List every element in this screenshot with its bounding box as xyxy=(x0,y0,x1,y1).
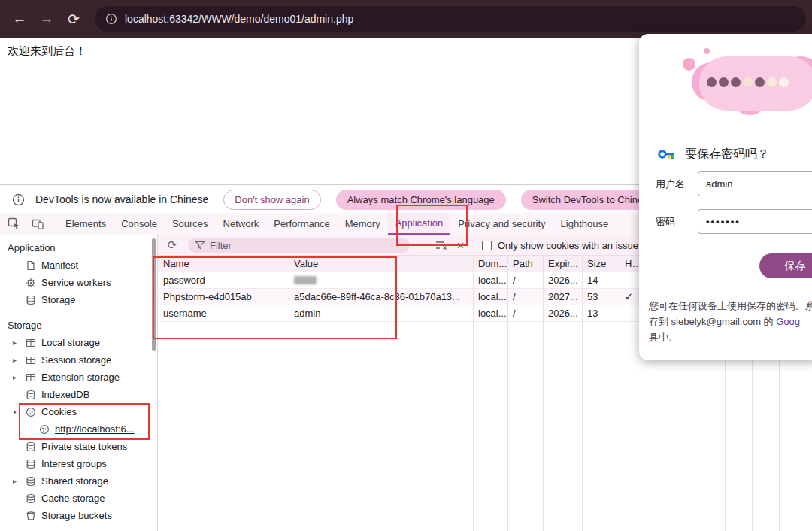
table-icon xyxy=(26,338,36,348)
tab-sources[interactable]: Sources xyxy=(165,213,216,235)
cookie-name: password xyxy=(158,272,289,288)
expand-arrow-icon[interactable]: ▸ xyxy=(13,373,17,381)
sidebar-item-manifest[interactable]: Manifest xyxy=(0,256,157,274)
infobar-message: DevTools is now available in Chinese xyxy=(35,193,208,205)
cookie-size: 53 xyxy=(582,289,620,305)
cookie-size: 14 xyxy=(582,272,620,288)
reload-button[interactable]: ⟳ xyxy=(60,5,87,32)
cookie-domain: local... xyxy=(473,289,508,305)
match-language-button[interactable]: Always match Chrome's language xyxy=(336,190,506,210)
column-header-value[interactable]: Value xyxy=(289,256,473,272)
password-illustration xyxy=(639,34,812,135)
sidebar-item-label: Storage xyxy=(41,294,76,305)
password-input[interactable] xyxy=(698,209,812,234)
forward-button[interactable]: → xyxy=(33,5,60,32)
gear-icon xyxy=(26,278,36,288)
sidebar-item-local-storage[interactable]: ▸ Local storage xyxy=(0,334,157,351)
sidebar-item-interest-groups[interactable]: Interest groups xyxy=(0,455,157,472)
cookie-domain: local... xyxy=(473,305,508,321)
sidebar-item-shared-storage[interactable]: ▸ Shared storage xyxy=(0,472,157,490)
application-sidebar: Application Manifest Service workers Sto… xyxy=(0,235,158,531)
cookie-domain: local... xyxy=(473,272,508,288)
sidebar-item-session-storage[interactable]: ▸ Session storage xyxy=(0,351,157,369)
sidebar-item-label: Cache storage xyxy=(41,493,105,504)
sidebar-item-label: IndexedDB xyxy=(41,389,89,400)
column-header-domain[interactable]: Dom... xyxy=(473,256,508,272)
info-icon xyxy=(12,193,25,206)
cookie-expires: 2026... xyxy=(543,272,582,288)
site-info-icon[interactable] xyxy=(105,13,117,25)
back-button[interactable]: ← xyxy=(6,5,33,32)
tab-lighthouse[interactable]: Lighthouse xyxy=(553,213,617,235)
issue-cookies-label: Only show cookies with an issue xyxy=(498,240,638,251)
expand-arrow-icon[interactable]: ▸ xyxy=(13,477,17,485)
browser-toolbar: ← → ⟳ localhost:63342/WWW/demo/demo01/ad… xyxy=(0,0,812,38)
username-input[interactable] xyxy=(698,171,812,196)
cookie-size: 13 xyxy=(582,305,620,321)
sidebar-scrollbar[interactable] xyxy=(152,238,156,351)
cookie-icon xyxy=(26,407,36,417)
tab-performance[interactable]: Performance xyxy=(266,213,337,235)
table-icon xyxy=(26,372,36,383)
sidebar-item-service-workers[interactable]: Service workers xyxy=(0,274,157,291)
tab-application[interactable]: Application xyxy=(388,213,451,235)
dont-show-again-button[interactable]: Don't show again xyxy=(223,190,320,210)
column-header-size[interactable]: Size xyxy=(582,256,620,272)
close-filter-icon[interactable]: ✕ xyxy=(456,240,465,251)
sidebar-item-label: Shared storage xyxy=(41,475,108,487)
sidebar-item-label: Private state tokens xyxy=(41,441,127,452)
sidebar-item-label: Cookies xyxy=(41,406,77,417)
tab-memory[interactable]: Memory xyxy=(338,213,388,235)
cookie-expires: 2027... xyxy=(543,289,582,305)
database-icon xyxy=(26,459,36,469)
column-header-name[interactable]: Name xyxy=(158,256,289,272)
google-account-link[interactable]: Goog xyxy=(776,316,800,327)
database-icon xyxy=(26,441,36,452)
database-icon xyxy=(26,493,36,504)
sidebar-item-label: Local storage xyxy=(41,337,100,348)
inspect-element-icon[interactable] xyxy=(3,214,24,234)
collapse-arrow-icon[interactable]: ▾ xyxy=(13,408,17,416)
password-label: 密码 xyxy=(656,215,689,229)
issue-cookies-checkbox[interactable] xyxy=(482,241,492,250)
filter-placeholder: Filter xyxy=(210,240,232,251)
sidebar-item-label: Service workers xyxy=(41,277,111,288)
sidebar-item-cookies-localhost[interactable]: http://localhost:6... xyxy=(0,420,157,438)
table-icon xyxy=(26,355,36,366)
cookie-path: / xyxy=(508,305,543,321)
sidebar-item-storage[interactable]: Storage xyxy=(0,291,157,308)
sidebar-item-label: http://localhost:6... xyxy=(55,423,135,435)
device-toolbar-icon[interactable] xyxy=(27,214,48,234)
clear-filter-icon[interactable] xyxy=(435,241,447,250)
refresh-cookies-icon[interactable]: ⟳ xyxy=(162,236,182,254)
tab-network[interactable]: Network xyxy=(216,213,267,235)
url-text: localhost:63342/WWW/demo/demo01/admin.ph… xyxy=(125,13,353,25)
sidebar-item-cookies[interactable]: ▾ Cookies xyxy=(0,403,157,420)
sidebar-item-label: Storage buckets xyxy=(41,510,112,521)
expand-arrow-icon[interactable]: ▸ xyxy=(13,356,17,364)
dialog-title: 要保存密码吗？ xyxy=(685,147,769,162)
sidebar-item-private-state-tokens[interactable]: Private state tokens xyxy=(0,438,157,455)
tab-console[interactable]: Console xyxy=(114,213,165,235)
column-header-expires[interactable]: Expir... xyxy=(543,256,582,272)
cookie-filter-input[interactable]: Filter xyxy=(188,238,410,253)
address-bar[interactable]: localhost:63342/WWW/demo/demo01/admin.ph… xyxy=(95,6,806,32)
sidebar-item-label: Interest groups xyxy=(41,458,107,469)
bucket-icon xyxy=(26,511,36,521)
sidebar-section-application: Application xyxy=(0,240,157,256)
tab-privacy-security[interactable]: Privacy and security xyxy=(450,213,553,235)
sidebar-item-storage-buckets[interactable]: Storage buckets xyxy=(0,507,157,524)
tab-elements[interactable]: Elements xyxy=(58,213,114,235)
cookie-value: a5dac66e-89ff-46ca-8c36-01b70a13... xyxy=(289,289,473,305)
cookie-path: / xyxy=(508,272,543,288)
sidebar-item-indexeddb[interactable]: IndexedDB xyxy=(0,386,157,403)
save-password-button[interactable]: 保存 xyxy=(759,253,812,278)
sidebar-item-cache-storage[interactable]: Cache storage xyxy=(0,490,157,507)
expand-arrow-icon[interactable]: ▸ xyxy=(13,338,17,347)
sidebar-item-extension-storage[interactable]: ▸ Extension storage xyxy=(0,369,157,386)
password-manager-key-icon xyxy=(657,145,675,163)
dialog-footer-text: 您可在任何设备上使用保存的密码。系 存到 siebelyk@gmail.com … xyxy=(649,298,812,345)
column-header-path[interactable]: Path xyxy=(508,256,543,272)
cookie-expires: 2026... xyxy=(543,305,582,321)
cookie-value: admin xyxy=(289,305,473,321)
